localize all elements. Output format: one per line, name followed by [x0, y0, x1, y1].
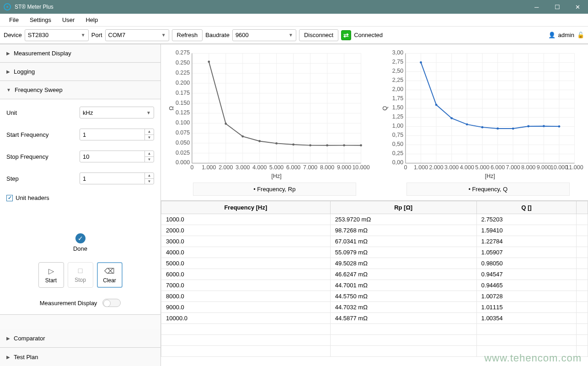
unit-select[interactable]: kHz ▼ — [80, 107, 154, 118]
svg-point-51 — [258, 140, 261, 142]
chart-q: 0,000,250,500,751,001,251,501,752,002,25… — [374, 44, 588, 200]
table-row[interactable]: 6000.046.6247 mΩ0.94547 — [161, 269, 588, 280]
svg-text:7.000: 7.000 — [506, 164, 520, 171]
data-table: Frequency [Hz]Rp [Ω]Q []1000.0253.9720 m… — [161, 201, 588, 366]
spinner[interactable]: ▲▼ — [144, 151, 154, 162]
table-row[interactable]: 9000.044.7032 mΩ1.01115 — [161, 302, 588, 313]
svg-point-120 — [543, 125, 545, 127]
svg-text:Ω: Ω — [168, 106, 175, 110]
section-logging[interactable]: ▶ Logging — [0, 63, 160, 81]
table-row[interactable]: 8000.044.5750 mΩ1.00728 — [161, 291, 588, 302]
table-cell: 2.75203 — [476, 214, 577, 225]
table-header[interactable]: Q [] — [476, 201, 577, 214]
chevron-right-icon: ▶ — [6, 336, 10, 341]
svg-point-54 — [309, 144, 311, 146]
spinner[interactable]: ▲▼ — [144, 129, 154, 140]
table-cell: 1000.0 — [161, 214, 331, 225]
table-header[interactable]: Rp [Ω] — [330, 201, 476, 214]
svg-text:0: 0 — [190, 164, 193, 171]
svg-text:6.000: 6.000 — [286, 164, 300, 171]
refresh-button[interactable]: Refresh — [172, 29, 203, 41]
section-test-plan[interactable]: ▶ Test Plan — [0, 348, 160, 366]
play-icon: ▷ — [48, 267, 54, 275]
table-row[interactable]: 10000.044.5877 mΩ1.00354 — [161, 313, 588, 324]
chevron-down-icon: ▼ — [6, 87, 11, 92]
port-label: Port — [91, 32, 102, 38]
svg-text:0.250: 0.250 — [176, 59, 190, 66]
table-cell: 253.9720 mΩ — [330, 214, 476, 225]
device-select[interactable]: ST2830 ▼ — [25, 29, 89, 41]
section-frequency-sweep[interactable]: ▼ Frequency Sweep — [0, 81, 160, 99]
svg-text:10.000: 10.000 — [551, 164, 568, 171]
unit-label: Unit — [6, 109, 80, 116]
user-box[interactable]: 👤 admin 🔓 — [548, 32, 584, 38]
step-input[interactable]: 1 ▲▼ — [80, 172, 154, 184]
svg-text:8.000: 8.000 — [320, 164, 334, 171]
menu-user[interactable]: User — [57, 15, 80, 25]
table-row[interactable]: 1000.0253.9720 mΩ2.75203 — [161, 214, 588, 225]
svg-text:1.000: 1.000 — [202, 164, 216, 171]
app-icon — [4, 3, 11, 11]
stop-icon: □ — [78, 267, 83, 275]
svg-text:0.100: 0.100 — [176, 119, 190, 126]
table-header[interactable]: Frequency [Hz] — [161, 201, 331, 214]
chevron-down-icon: ▼ — [289, 32, 293, 38]
connection-status: Connected — [354, 32, 383, 38]
svg-text:Q: Q — [382, 106, 388, 110]
svg-text:9.000: 9.000 — [537, 164, 551, 171]
svg-text:3.000: 3.000 — [235, 164, 250, 171]
frequency-sweep-body: Unit kHz ▼ Start Frequency 1 ▲▼ Stop Fre… — [0, 99, 160, 315]
menu-help[interactable]: Help — [80, 15, 103, 25]
table-cell: 8000.0 — [161, 291, 331, 302]
svg-point-118 — [512, 128, 514, 130]
section-label: Logging — [14, 68, 35, 75]
close-button[interactable]: ✕ — [567, 0, 588, 14]
menu-file[interactable]: File — [4, 15, 24, 25]
table-cell: 1.05907 — [476, 247, 577, 258]
unit-headers-checkbox[interactable]: ✓ Unit headers — [6, 194, 154, 201]
svg-text:3.000: 3.000 — [444, 164, 459, 171]
disconnect-button[interactable]: Disconnect — [299, 29, 338, 41]
svg-text:1.000: 1.000 — [414, 164, 428, 171]
unlock-icon: 🔓 — [577, 32, 584, 38]
table-row[interactable]: 7000.044.7001 mΩ0.94465 — [161, 280, 588, 291]
titlebar: ST® Meter Plus ─ ☐ ✕ — [0, 0, 588, 14]
port-select[interactable]: COM7 ▼ — [105, 29, 169, 41]
step-label: Step — [6, 175, 80, 182]
table-row[interactable]: 4000.055.0979 mΩ1.05907 — [161, 247, 588, 258]
clear-button[interactable]: ⌫ Clear — [97, 262, 123, 288]
table-row[interactable]: 2000.098.7268 mΩ1.59410 — [161, 225, 588, 236]
stop-button[interactable]: □ Stop — [68, 262, 93, 288]
spinner[interactable]: ▲▼ — [144, 172, 154, 184]
svg-text:3,00: 3,00 — [392, 49, 403, 56]
menu-settings[interactable]: Settings — [24, 15, 57, 25]
menubar: File Settings User Help — [0, 14, 588, 27]
button-label: Start — [45, 277, 57, 284]
table-row[interactable]: 5000.049.5028 mΩ0.98050 — [161, 258, 588, 269]
table-row[interactable]: 3000.067.0341 mΩ1.22784 — [161, 236, 588, 247]
table-cell: 10000.0 — [161, 313, 331, 324]
svg-point-53 — [292, 144, 294, 146]
chevron-down-icon: ▼ — [81, 32, 86, 38]
svg-text:2,75: 2,75 — [392, 59, 403, 65]
start-freq-input[interactable]: 1 ▲▼ — [80, 129, 154, 140]
svg-point-55 — [326, 144, 328, 146]
table-cell: 1.00354 — [476, 313, 577, 324]
svg-text:2,00: 2,00 — [392, 86, 403, 92]
svg-text:4.000: 4.000 — [460, 164, 474, 171]
svg-text:0,50: 0,50 — [392, 141, 403, 147]
baudrate-select[interactable]: 9600 ▼ — [232, 29, 296, 41]
maximize-button[interactable]: ☐ — [547, 0, 567, 14]
section-comparator[interactable]: ▶ Comparator — [0, 329, 160, 348]
measurement-display-toggle[interactable] — [102, 299, 121, 307]
stop-freq-input[interactable]: 10 ▲▼ — [80, 151, 154, 162]
section-measurement-display[interactable]: ▶ Measurement Display — [0, 44, 160, 63]
svg-text:0: 0 — [404, 164, 407, 171]
svg-text:0,75: 0,75 — [392, 132, 403, 138]
connection-status-icon: ⇄ — [341, 30, 351, 40]
table-cell: 4000.0 — [161, 247, 331, 258]
minimize-button[interactable]: ─ — [526, 0, 547, 14]
step-value: 1 — [83, 175, 144, 182]
start-button[interactable]: ▷ Start — [38, 262, 64, 288]
section-label: Frequency Sweep — [15, 86, 63, 93]
